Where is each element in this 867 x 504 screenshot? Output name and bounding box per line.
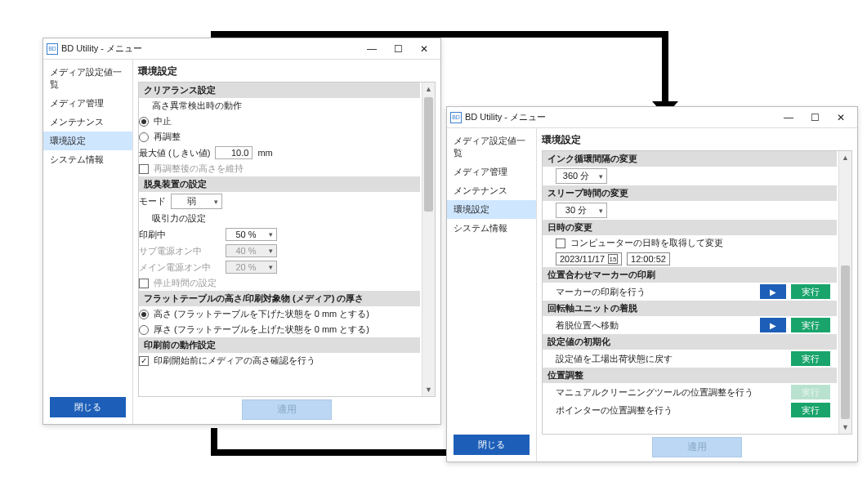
date-input[interactable]: 2023/11/1715 [556, 252, 622, 265]
sleep-select[interactable]: 30 分▾ [556, 203, 607, 218]
titlebar: BD BD Utility - メニュー — ☐ ✕ [43, 38, 440, 60]
radio-stop-label: 中止 [154, 115, 172, 127]
scroll-up-icon[interactable]: ▲ [422, 83, 435, 96]
chevron-down-icon: ▾ [211, 198, 221, 206]
chk-stop-time-label: 停止時間の設定 [154, 277, 217, 289]
sidebar-item-media-manage[interactable]: メディア管理 [447, 163, 536, 181]
section-ink-interval: インク循環間隔の変更 [543, 151, 837, 167]
rotary-play-button[interactable]: ▶ [760, 318, 786, 332]
pointer-adj-label: ポインターの位置調整を行う [556, 404, 786, 417]
apply-button[interactable]: 適用 [242, 399, 332, 420]
maxval-input[interactable]: 10.0 [215, 146, 253, 159]
chk-keep-height-label: 再調整後の高さを維持 [154, 163, 244, 175]
sub-power-label: サブ電源オン中 [139, 245, 221, 257]
scrollbar-thumb[interactable] [841, 265, 850, 419]
marker-play-button[interactable]: ▶ [760, 284, 786, 299]
ink-interval-select[interactable]: 360 分▾ [556, 168, 607, 184]
close-window-button[interactable]: ✕ [828, 109, 854, 126]
page-title: 環境設定 [542, 133, 852, 147]
sidebar: メディア設定値一覧 メディア管理 メンテナンス 環境設定 システム情報 閉じる [43, 60, 133, 424]
play-icon: ▶ [770, 288, 776, 297]
scroll-down-icon[interactable]: ▼ [839, 421, 851, 434]
printing-select[interactable]: 50 %▾ [226, 228, 277, 241]
radio-height-label: 高さ (フラットテーブルを下げた状態を 0 mm とする) [154, 308, 369, 320]
maxval-label: 最大値 (しきい値) [139, 147, 210, 159]
time-input[interactable]: 12:00:52 [627, 252, 670, 265]
clearance-sub-label: 高さ異常検出時の動作 [139, 98, 420, 114]
marker-label: マーカーの印刷を行う [556, 286, 755, 298]
window-title: BD Utility - メニュー [61, 42, 359, 55]
window-env-settings-1: BD BD Utility - メニュー — ☐ ✕ メディア設定値一覧 メディ… [42, 38, 441, 425]
chk-sync-pc-time[interactable] [556, 239, 565, 248]
section-datetime: 日時の変更 [543, 220, 837, 235]
scroll-pane: クリアランス設定 高さ異常検出時の動作 中止 再調整 最大値 (しきい値) 10… [138, 82, 436, 397]
sidebar-item-media-list[interactable]: メディア設定値一覧 [447, 132, 536, 163]
maxval-unit: mm [257, 148, 272, 158]
main-power-select: 20 %▾ [226, 261, 277, 274]
chk-preprint-height-label: 印刷開始前にメディアの高さ確認を行う [154, 355, 315, 367]
maximize-button[interactable]: ☐ [385, 41, 411, 57]
section-posadj: 位置調整 [543, 368, 837, 383]
sidebar-item-media-manage[interactable]: メディア管理 [43, 94, 132, 113]
section-flat-table: フラットテーブルの高さ/印刷対象物 (メディア) の厚さ [139, 291, 420, 306]
chevron-down-icon: ▾ [266, 230, 276, 239]
maximize-button[interactable]: ☐ [802, 109, 828, 126]
manual-clean-label: マニュアルクリーニングツールの位置調整を行う [556, 386, 786, 399]
radio-thickness[interactable] [139, 325, 149, 335]
app-icon: BD [47, 43, 58, 55]
sidebar-item-media-list[interactable]: メディア設定値一覧 [43, 63, 132, 94]
radio-height[interactable] [139, 310, 149, 319]
sidebar-item-env-settings[interactable]: 環境設定 [43, 132, 132, 150]
minimize-button[interactable]: — [359, 41, 385, 57]
mode-select[interactable]: 弱▾ [171, 194, 222, 209]
section-rotary: 回転軸ユニットの着脱 [543, 301, 837, 316]
sidebar-item-maintenance[interactable]: メンテナンス [447, 181, 536, 200]
page-title: 環境設定 [138, 65, 436, 78]
main-power-label: メイン電源オン中 [139, 261, 221, 274]
marker-exec-button[interactable]: 実行 [791, 284, 830, 299]
section-marker: 位置合わせマーカーの印刷 [543, 267, 837, 283]
app-icon: BD [450, 112, 462, 123]
section-clearance: クリアランス設定 [139, 83, 420, 98]
radio-stop[interactable] [139, 117, 149, 127]
window-title: BD Utility - メニュー [465, 111, 775, 123]
close-button[interactable]: 閉じる [454, 435, 530, 455]
chevron-down-icon: ▾ [596, 207, 606, 215]
scroll-pane: インク循環間隔の変更 360 分▾ スリープ時間の変更 30 分▾ 日時の変更 … [542, 150, 852, 435]
close-button[interactable]: 閉じる [50, 397, 126, 417]
apply-button[interactable]: 適用 [652, 437, 742, 457]
section-preprint: 印刷前の動作設定 [139, 337, 420, 353]
titlebar: BD BD Utility - メニュー — ☐ ✕ [447, 107, 857, 128]
minimize-button[interactable]: — [775, 109, 802, 126]
radio-readjust[interactable] [139, 132, 149, 142]
rotary-exec-button[interactable]: 実行 [791, 318, 830, 332]
section-deodorizer: 脱臭装置の設定 [139, 176, 420, 192]
pointer-adj-exec-button[interactable]: 実行 [791, 403, 830, 417]
chk-stop-time [139, 279, 149, 288]
manual-clean-exec-button: 実行 [791, 385, 830, 399]
sidebar-item-system-info[interactable]: システム情報 [447, 219, 536, 238]
scroll-up-icon[interactable]: ▲ [839, 151, 851, 164]
init-exec-button[interactable]: 実行 [791, 351, 830, 366]
close-window-button[interactable]: ✕ [411, 41, 437, 57]
scrollbar[interactable]: ▲ ▼ [422, 83, 435, 396]
window-env-settings-2: BD BD Utility - メニュー — ☐ ✕ メディア設定値一覧 メディ… [446, 106, 858, 462]
chevron-down-icon: ▾ [266, 247, 276, 255]
sidebar-item-system-info[interactable]: システム情報 [43, 150, 132, 169]
calendar-icon[interactable]: 15 [608, 254, 618, 264]
sidebar-item-env-settings[interactable]: 環境設定 [447, 200, 536, 219]
scrollbar-thumb[interactable] [424, 97, 433, 212]
scrollbar[interactable]: ▲ ▼ [838, 151, 851, 434]
play-icon: ▶ [770, 321, 776, 330]
scroll-down-icon[interactable]: ▼ [422, 383, 435, 396]
chk-preprint-height[interactable] [139, 356, 149, 366]
flow-arrow-h2 [211, 449, 464, 456]
mode-label: モード [139, 195, 166, 207]
sub-power-select: 40 %▾ [226, 244, 277, 257]
sidebar-item-maintenance[interactable]: メンテナンス [43, 113, 132, 132]
suction-label: 吸引力の設定 [139, 211, 420, 226]
chevron-down-icon: ▾ [596, 172, 606, 181]
sidebar: メディア設定値一覧 メディア管理 メンテナンス 環境設定 システム情報 閉じる [447, 128, 537, 462]
init-label: 設定値を工場出荷状態に戻す [556, 353, 786, 365]
chk-sync-pc-time-label: コンピューターの日時を取得して変更 [570, 237, 723, 249]
